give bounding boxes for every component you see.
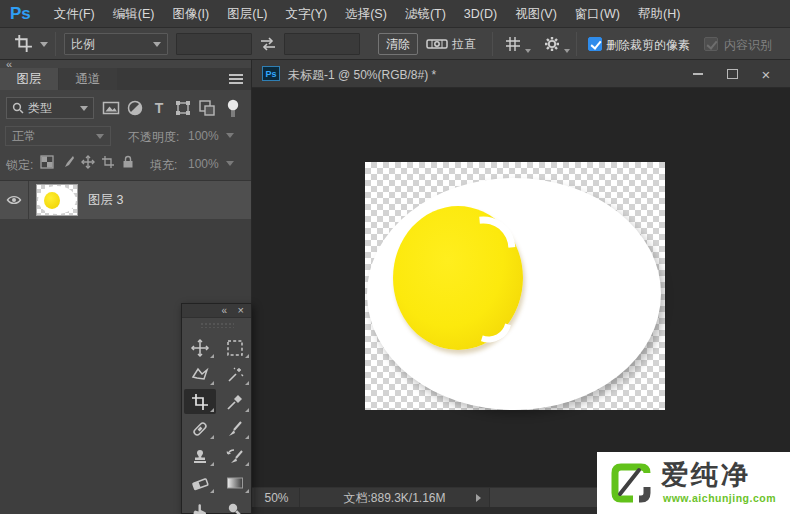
gradient-tool[interactable] [219, 470, 251, 495]
panel-tabs: 图层 通道 [0, 68, 251, 90]
spot-healing-brush-tool[interactable] [184, 416, 216, 441]
crop-ratio-select[interactable]: 比例 [64, 33, 168, 55]
lasso-tool[interactable] [184, 362, 216, 387]
fill-value: 100% [188, 157, 219, 171]
toolbar-collapse-icon[interactable]: « [221, 304, 227, 317]
straighten-label[interactable]: 拉直 [452, 36, 476, 53]
blend-mode-value: 正常 [12, 128, 36, 145]
lock-all-icon [121, 155, 137, 171]
content-aware-checkbox [704, 37, 718, 51]
menu-type[interactable]: 文字(Y) [277, 0, 337, 28]
eraser-tool[interactable] [184, 470, 216, 495]
crop-height-input[interactable] [284, 33, 360, 55]
opacity-value: 100% [188, 129, 219, 143]
menu-filter[interactable]: 滤镜(T) [396, 0, 455, 28]
overlay-grid-icon[interactable] [503, 34, 523, 58]
layer-visibility-cell[interactable] [0, 181, 29, 219]
menu-image[interactable]: 图像(I) [163, 0, 218, 28]
zoom-level-field[interactable]: 50% [254, 488, 300, 508]
photoshop-logo: Ps [10, 4, 31, 24]
delete-cropped-pixels-checkbox[interactable] [588, 37, 602, 51]
document-canvas[interactable] [365, 162, 665, 410]
menu-view[interactable]: 视图(V) [506, 0, 566, 28]
lock-paint-icon [61, 155, 77, 171]
delete-cropped-pixels-label[interactable]: 删除裁剪的像素 [606, 37, 690, 54]
floating-toolbar: « × [181, 303, 252, 514]
close-button[interactable]: × [754, 65, 778, 83]
crop-tool[interactable] [184, 389, 216, 414]
crop-settings-gear-icon[interactable] [542, 34, 562, 58]
dodge-tool[interactable] [219, 497, 251, 514]
clone-stamp-tool[interactable] [184, 443, 216, 468]
lock-artboard-icon [101, 155, 117, 171]
crop-width-input[interactable] [176, 33, 252, 55]
opacity-label: 不透明度: [128, 129, 179, 146]
menu-3d[interactable]: 3D(D) [455, 0, 506, 28]
tool-preset-chevron-icon[interactable] [40, 42, 48, 47]
eyedropper-tool[interactable] [219, 389, 251, 414]
filter-toggle-icon[interactable] [226, 99, 244, 117]
layer-filter-row: 类型 T [0, 96, 251, 122]
document-ps-icon: Ps [262, 66, 280, 81]
tab-channels[interactable]: 通道 [59, 68, 117, 90]
document-title-bar[interactable]: Ps 未标题-1 @ 50%(RGB/8#) * × [252, 60, 790, 88]
toolbar-close-icon[interactable]: × [238, 304, 244, 317]
filter-shape-layers-icon[interactable] [174, 99, 192, 117]
menu-help[interactable]: 帮助(H) [629, 0, 689, 28]
straighten-level-icon[interactable] [426, 37, 448, 55]
toolbar-grip[interactable] [200, 322, 234, 328]
document-title: 未标题-1 @ 50%(RGB/8#) * [288, 67, 436, 84]
layer-row[interactable]: 图层 3 [0, 181, 251, 219]
chevron-down-icon [525, 49, 531, 53]
filter-smart-objects-icon[interactable] [198, 99, 216, 117]
divider [492, 32, 493, 56]
menu-edit[interactable]: 编辑(E) [104, 0, 164, 28]
smudge-tool[interactable] [184, 497, 216, 514]
svg-text:T: T [155, 100, 164, 116]
blend-mode-select: 正常 [5, 126, 111, 146]
crop-tool-icon[interactable] [14, 34, 33, 57]
minimize-button[interactable] [686, 65, 710, 83]
chevron-down-icon [80, 106, 88, 111]
tab-layers[interactable]: 图层 [0, 68, 58, 90]
maximize-button[interactable] [720, 65, 744, 83]
chevron-down-icon [226, 161, 234, 166]
swap-dimensions-icon[interactable] [259, 36, 277, 56]
chevron-down-icon [153, 42, 161, 47]
menu-file[interactable]: 文件(F) [45, 0, 104, 28]
panel-menu-icon[interactable] [229, 74, 243, 84]
eye-icon [6, 194, 22, 206]
menu-window[interactable]: 窗口(W) [566, 0, 629, 28]
filter-kind-select[interactable]: 类型 [6, 97, 94, 119]
move-tool[interactable] [184, 335, 216, 360]
magic-wand-tool[interactable] [219, 362, 251, 387]
layer-name[interactable]: 图层 3 [88, 192, 123, 209]
photoshop-window: Ps 文件(F) 编辑(E) 图像(I) 图层(L) 文字(Y) 选择(S) 滤… [0, 0, 790, 514]
egg-yolk-shape [393, 206, 523, 350]
divider [55, 32, 56, 56]
chevron-right-icon[interactable] [476, 494, 481, 502]
menu-layer[interactable]: 图层(L) [218, 0, 276, 28]
history-brush-tool[interactable] [219, 443, 251, 468]
menu-select[interactable]: 选择(S) [336, 0, 396, 28]
aichunjing-logo-icon [606, 458, 656, 512]
lock-transparency-icon [40, 155, 56, 171]
watermark-badge: 爱纯净 www.aichunjing.com [597, 452, 790, 514]
brush-tool[interactable] [219, 416, 251, 441]
document-size-value: 文档:889.3K/1.16M [343, 491, 445, 505]
filter-adjustment-layers-icon[interactable] [126, 99, 144, 117]
chevron-down-icon [226, 133, 234, 138]
toolbar-header[interactable]: « × [182, 304, 251, 318]
divider [576, 32, 577, 56]
layer-thumbnail[interactable] [36, 184, 78, 216]
clear-button-label: 清除 [386, 36, 410, 53]
rectangular-marquee-tool[interactable] [219, 335, 251, 360]
document-size-field[interactable]: 文档:889.3K/1.16M [300, 488, 490, 508]
tool-options-bar: 比例 清除 拉直 [0, 28, 790, 60]
filter-type-layers-icon[interactable]: T [150, 99, 168, 117]
canvas-area[interactable] [252, 88, 790, 487]
content-aware-label: 内容识别 [724, 37, 772, 54]
filter-pixel-layers-icon[interactable] [102, 99, 120, 117]
lock-move-icon [81, 155, 97, 171]
clear-button[interactable]: 清除 [378, 33, 418, 55]
